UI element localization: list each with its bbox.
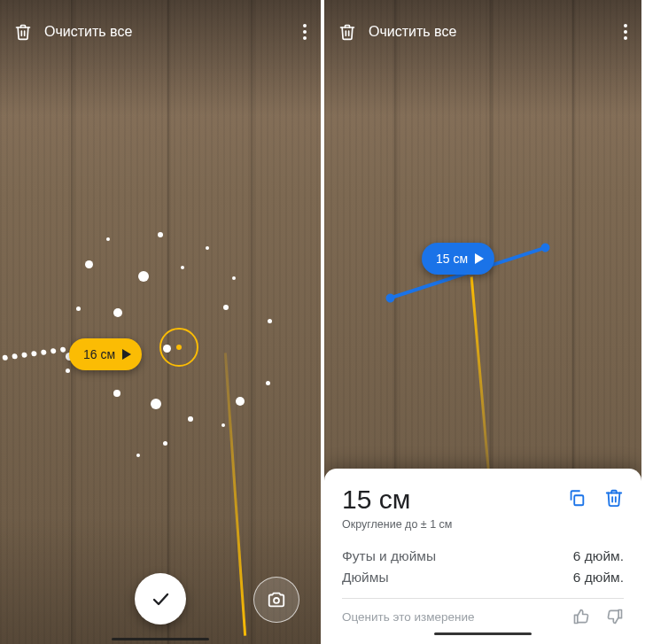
result-sheet: 15 см Округление до ± 1 см Футы и дюймы …: [324, 469, 641, 644]
feature-dot: [163, 441, 167, 446]
feature-dot: [66, 369, 70, 373]
delete-button[interactable]: [604, 488, 624, 508]
unit-label: Дюймы: [342, 570, 389, 586]
measurement-label: 16 см: [83, 347, 115, 361]
feature-dot: [181, 266, 184, 269]
screen-left: 16 см Очистить все: [0, 0, 324, 644]
feature-dot: [113, 390, 120, 397]
feature-dot: [76, 306, 81, 311]
feature-dot: [158, 232, 163, 237]
topbar: Очистить все: [337, 14, 633, 50]
vignette: [0, 0, 321, 644]
topbar: Очистить все: [12, 14, 312, 50]
unit-value: 6 дюйм.: [573, 548, 624, 564]
play-icon: [475, 253, 484, 264]
feature-dot: [268, 319, 272, 323]
trash-icon[interactable]: [12, 21, 34, 43]
measurement-pill[interactable]: 16 см: [69, 338, 142, 370]
feature-dot: [113, 308, 122, 317]
play-icon: [122, 349, 131, 360]
rate-label: Оценить это измерение: [342, 610, 474, 624]
unit-row: Футы и дюймы 6 дюйм.: [342, 548, 624, 564]
more-icon[interactable]: [618, 19, 633, 45]
home-indicator: [112, 638, 209, 640]
trash-icon: [604, 488, 624, 508]
endpoint-dot: [163, 345, 171, 353]
home-indicator: [434, 632, 532, 635]
thumb-down-icon: [606, 608, 624, 625]
thumb-down-button[interactable]: [606, 608, 624, 625]
result-value: 15 см: [342, 485, 452, 515]
feature-dot: [221, 423, 225, 427]
camera-button[interactable]: [253, 577, 299, 623]
confirm-button[interactable]: [135, 573, 186, 625]
more-icon[interactable]: [298, 19, 312, 45]
camera-icon: [267, 590, 286, 609]
unit-row: Дюймы 6 дюйм.: [342, 570, 624, 586]
feature-dot: [136, 454, 140, 457]
thumb-up-button[interactable]: [572, 608, 590, 625]
rounding-note: Округление до ± 1 см: [342, 518, 452, 531]
check-icon: [150, 588, 171, 609]
feature-dot: [151, 399, 161, 409]
feature-dot: [206, 246, 209, 250]
thumb-up-icon: [572, 608, 590, 625]
svg-rect-1: [574, 495, 583, 505]
unit-value: 6 дюйм.: [573, 570, 624, 586]
feature-dot: [85, 260, 93, 268]
clear-all-button[interactable]: Очистить все: [44, 24, 132, 40]
trash-icon[interactable]: [337, 21, 358, 43]
feature-dot: [232, 276, 236, 280]
feature-dot: [266, 381, 270, 385]
measurement-pill[interactable]: 15 см: [422, 243, 494, 275]
feature-dot: [106, 237, 110, 241]
screen-right: 15 см Очистить все 15 см Округление до ±…: [324, 0, 641, 644]
copy-button[interactable]: [567, 488, 587, 508]
measurement-label: 15 см: [436, 252, 468, 266]
feature-dot: [236, 397, 245, 406]
unit-label: Футы и дюймы: [342, 548, 436, 564]
copy-icon: [567, 488, 587, 508]
svg-point-0: [274, 598, 279, 603]
feature-dot: [188, 416, 193, 422]
feature-dot: [138, 271, 149, 282]
divider: [342, 598, 624, 599]
feature-dot: [223, 305, 229, 310]
clear-all-button[interactable]: Очистить все: [369, 24, 456, 40]
